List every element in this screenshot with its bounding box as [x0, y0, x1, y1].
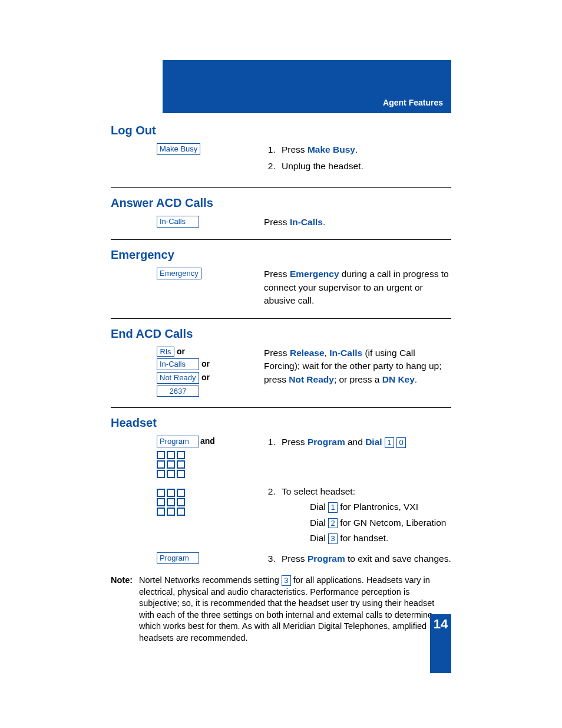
in-calls-keyword: In-Calls	[329, 348, 362, 358]
content-area: Log Out Make Busy Press Make Busy. Unplu…	[111, 124, 451, 644]
headset-key-col-3: Program	[111, 552, 264, 569]
emergency-text: Press Emergency during a call in progres…	[264, 268, 451, 307]
answer-text: Press In-Calls.	[264, 216, 451, 229]
and-label: and	[200, 436, 215, 446]
in-calls-key-2: In-Calls	[157, 358, 199, 370]
section-title-emergency: Emergency	[111, 248, 451, 262]
make-busy-key: Make Busy	[157, 143, 200, 155]
emergency-keyword: Emergency	[290, 269, 339, 279]
divider	[111, 318, 451, 319]
headset-key-col-2	[111, 485, 264, 549]
note-block: Note: Nortel Networks recommends setting…	[111, 575, 451, 644]
program-keyword: Program	[308, 554, 345, 564]
headset-row-3: Program Press Program to exit and save c…	[111, 552, 451, 569]
digit-2-key: 2	[328, 518, 338, 529]
logout-key-col: Make Busy	[111, 143, 264, 177]
make-busy-keyword: Make Busy	[308, 144, 355, 154]
answer-key-col: In-Calls	[111, 216, 264, 229]
digit-1-key: 1	[385, 437, 394, 448]
headset-step-2: To select headset: Dial 1 for Plantronic…	[264, 485, 451, 549]
dn-key: 2637	[157, 386, 199, 397]
logout-row: Make Busy Press Make Busy. Unplug the he…	[111, 143, 451, 177]
keypad-icon	[157, 451, 264, 478]
or-label: or	[201, 359, 210, 368]
logout-step-1: Press Make Busy.	[278, 143, 451, 156]
dn-key-keyword: DN Key	[382, 374, 415, 384]
headset-row-2: To select headset: Dial 1 for Plantronic…	[111, 485, 451, 549]
program-key: Program	[157, 436, 199, 447]
program-keyword: Program	[308, 437, 345, 447]
emergency-key-col: Emergency	[111, 268, 264, 307]
in-calls-key: In-Calls	[157, 216, 199, 228]
section-title-answer: Answer ACD Calls	[111, 196, 451, 210]
logout-steps: Press Make Busy. Unplug the headset.	[264, 143, 451, 177]
headset-row-1: Programand Press Program and Dial 1 0	[111, 436, 451, 479]
or-label: or	[177, 347, 185, 356]
or-label: or	[201, 373, 210, 382]
divider	[111, 239, 451, 240]
answer-row: In-Calls Press In-Calls.	[111, 216, 451, 229]
release-keyword: Release	[290, 348, 325, 358]
section-title-headset: Headset	[111, 416, 451, 430]
end-key-col: Rlsor In-Callsor Not Readyor 2637	[111, 347, 264, 397]
dial-keyword: Dial	[365, 437, 382, 447]
note-label: Note:	[111, 575, 133, 585]
header-bar: Agent Features	[163, 60, 451, 113]
divider	[111, 407, 451, 408]
headset-option-1: Dial 1 for Plantronics, VXI	[310, 500, 451, 513]
headset-options: Dial 1 for Plantronics, VXI Dial 2 for G…	[310, 500, 451, 545]
emergency-key: Emergency	[157, 268, 201, 279]
in-calls-keyword: In-Calls	[290, 217, 323, 227]
digit-0-key: 0	[396, 437, 406, 448]
program-key-2: Program	[157, 552, 199, 564]
rls-key: Rls	[157, 347, 174, 357]
digit-3-key: 3	[282, 575, 291, 586]
keypad-icon	[157, 489, 264, 516]
headset-option-2: Dial 2 for GN Netcom, Liberation	[310, 516, 451, 529]
digit-3-key: 3	[328, 533, 338, 544]
headset-key-col-1: Programand	[111, 436, 264, 479]
page-number-tab: 14	[430, 614, 451, 673]
end-text: Press Release, In-Calls (if using Call F…	[264, 347, 451, 397]
section-title-logout: Log Out	[111, 124, 451, 137]
headset-option-3: Dial 3 for handset.	[310, 532, 451, 545]
not-ready-key: Not Ready	[157, 372, 199, 384]
logout-step-2: Unplug the headset.	[278, 160, 451, 173]
page-number: 14	[430, 614, 451, 632]
end-row: Rlsor In-Callsor Not Readyor 2637 Press …	[111, 347, 451, 397]
document-page: Agent Features Log Out Make Busy Press M…	[0, 0, 562, 728]
divider	[111, 187, 451, 188]
section-title-end: End ACD Calls	[111, 327, 451, 341]
headset-step-1: Press Program and Dial 1 0	[264, 436, 451, 479]
digit-1-key: 1	[328, 502, 338, 513]
emergency-row: Emergency Press Emergency during a call …	[111, 268, 451, 307]
headset-step-3: Press Program to exit and save changes.	[264, 552, 451, 569]
not-ready-keyword: Not Ready	[289, 374, 334, 384]
page-header-title: Agent Features	[383, 98, 443, 107]
